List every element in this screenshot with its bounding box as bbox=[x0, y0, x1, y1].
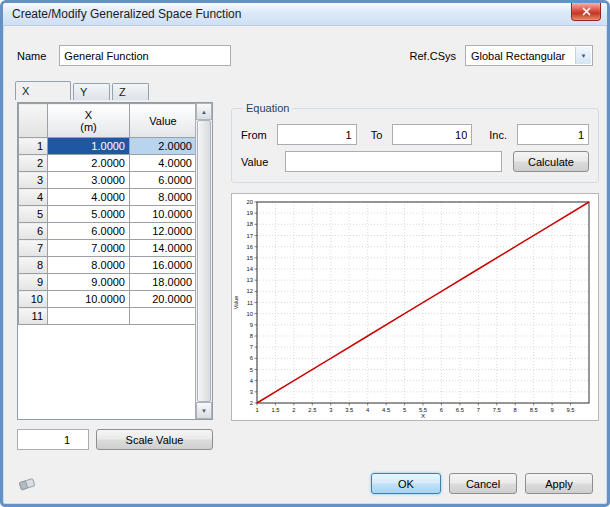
svg-text:9.5: 9.5 bbox=[567, 407, 575, 413]
cancel-button[interactable]: Cancel bbox=[449, 473, 517, 494]
svg-text:2.5: 2.5 bbox=[308, 407, 316, 413]
svg-text:5: 5 bbox=[403, 407, 406, 413]
row-index-cell[interactable]: 3 bbox=[19, 172, 48, 189]
svg-text:6: 6 bbox=[440, 407, 443, 413]
value-cell[interactable]: 8.0000 bbox=[130, 189, 197, 206]
left-panel: X (m) Value 11.00002.000022.00004.000033… bbox=[17, 102, 213, 450]
value-cell[interactable]: 18.0000 bbox=[130, 274, 197, 291]
value-cell[interactable] bbox=[130, 308, 197, 325]
x-cell[interactable]: 10.0000 bbox=[48, 291, 130, 308]
svg-text:5: 5 bbox=[250, 367, 253, 373]
ref-csys-dropdown[interactable]: Global Rectangular ▼ bbox=[465, 45, 593, 66]
tab-z[interactable]: Z bbox=[112, 83, 149, 100]
table-row: 44.00008.0000 bbox=[19, 189, 197, 206]
from-input[interactable] bbox=[277, 124, 357, 145]
svg-text:7.5: 7.5 bbox=[493, 407, 501, 413]
x-cell[interactable] bbox=[48, 308, 130, 325]
table-row: 22.00004.0000 bbox=[19, 155, 197, 172]
svg-text:7: 7 bbox=[477, 407, 480, 413]
row-index-cell[interactable]: 8 bbox=[19, 257, 48, 274]
value-cell[interactable]: 10.0000 bbox=[130, 206, 197, 223]
svg-text:17: 17 bbox=[247, 233, 253, 239]
svg-text:3.5: 3.5 bbox=[345, 407, 353, 413]
table-row: 99.000018.0000 bbox=[19, 274, 197, 291]
table-row: 77.000014.0000 bbox=[19, 240, 197, 257]
row-index-cell[interactable]: 2 bbox=[19, 155, 48, 172]
svg-text:14: 14 bbox=[247, 266, 254, 272]
table-row: 33.00006.0000 bbox=[19, 172, 197, 189]
x-cell[interactable]: 6.0000 bbox=[48, 223, 130, 240]
apply-button[interactable]: Apply bbox=[525, 473, 593, 494]
scroll-down-icon[interactable]: ▼ bbox=[196, 402, 212, 419]
to-input[interactable] bbox=[392, 124, 472, 145]
ok-button[interactable]: OK bbox=[371, 473, 441, 494]
close-button[interactable] bbox=[571, 3, 601, 21]
tab-y[interactable]: Y bbox=[73, 83, 110, 100]
value-cell[interactable]: 14.0000 bbox=[130, 240, 197, 257]
x-cell[interactable]: 1.0000 bbox=[48, 138, 130, 155]
row-index-cell[interactable]: 4 bbox=[19, 189, 48, 206]
ref-csys-selected-value: Global Rectangular bbox=[471, 50, 565, 62]
table-row: 11 bbox=[19, 308, 197, 325]
row-index-cell[interactable]: 10 bbox=[19, 291, 48, 308]
x-cell[interactable]: 2.0000 bbox=[48, 155, 130, 172]
svg-text:1: 1 bbox=[255, 407, 258, 413]
equation-range-row: From To Inc. bbox=[241, 124, 589, 145]
vertical-scrollbar[interactable]: ▲ ▼ bbox=[195, 103, 212, 419]
row-index-cell[interactable]: 11 bbox=[19, 308, 48, 325]
function-table-grid: X (m) Value 11.00002.000022.00004.000033… bbox=[18, 103, 197, 325]
value-cell[interactable]: 16.0000 bbox=[130, 257, 197, 274]
value-column-header[interactable]: Value bbox=[130, 104, 197, 138]
value-cell[interactable]: 12.0000 bbox=[130, 223, 197, 240]
function-table: X (m) Value 11.00002.000022.00004.000033… bbox=[17, 102, 213, 420]
table-row: 66.000012.0000 bbox=[19, 223, 197, 240]
name-input[interactable] bbox=[59, 45, 231, 66]
right-panel: Equation From To Inc. Value Calculate 11… bbox=[231, 102, 599, 450]
value-cell[interactable]: 4.0000 bbox=[130, 155, 197, 172]
table-row: 55.000010.0000 bbox=[19, 206, 197, 223]
x-cell[interactable]: 9.0000 bbox=[48, 274, 130, 291]
equation-value-input[interactable] bbox=[285, 151, 502, 172]
row-index-cell[interactable]: 6 bbox=[19, 223, 48, 240]
axis-tabs: X Y Z bbox=[3, 81, 607, 100]
eraser-icon[interactable] bbox=[17, 475, 39, 493]
x-cell[interactable]: 5.0000 bbox=[48, 206, 130, 223]
scale-value-button[interactable]: Scale Value bbox=[96, 429, 213, 450]
svg-text:10: 10 bbox=[247, 311, 253, 317]
tab-x[interactable]: X bbox=[15, 81, 71, 100]
inc-input[interactable] bbox=[517, 124, 589, 145]
svg-text:4: 4 bbox=[250, 378, 254, 384]
svg-text:8: 8 bbox=[514, 407, 517, 413]
svg-text:6: 6 bbox=[250, 355, 253, 361]
table-row: 88.000016.0000 bbox=[19, 257, 197, 274]
calculate-button[interactable]: Calculate bbox=[513, 151, 589, 172]
row-index-cell[interactable]: 5 bbox=[19, 206, 48, 223]
value-cell[interactable]: 6.0000 bbox=[130, 172, 197, 189]
row-index-cell[interactable]: 1 bbox=[19, 138, 48, 155]
svg-text:11: 11 bbox=[247, 300, 253, 306]
chevron-down-icon: ▼ bbox=[575, 47, 591, 64]
inc-label: Inc. bbox=[489, 129, 507, 141]
x-cell[interactable]: 7.0000 bbox=[48, 240, 130, 257]
x-cell[interactable]: 3.0000 bbox=[48, 172, 130, 189]
x-column-header[interactable]: X (m) bbox=[48, 104, 130, 138]
svg-text:16: 16 bbox=[247, 244, 253, 250]
table-row: 11.00002.0000 bbox=[19, 138, 197, 155]
scroll-up-icon[interactable]: ▲ bbox=[196, 103, 212, 120]
svg-text:Value: Value bbox=[233, 296, 239, 310]
svg-text:X: X bbox=[421, 412, 425, 419]
scale-factor-input[interactable] bbox=[17, 429, 89, 450]
svg-text:8.5: 8.5 bbox=[530, 407, 538, 413]
row-index-cell[interactable]: 7 bbox=[19, 240, 48, 257]
x-cell[interactable]: 4.0000 bbox=[48, 189, 130, 206]
row-index-cell[interactable]: 9 bbox=[19, 274, 48, 291]
value-cell[interactable]: 20.0000 bbox=[130, 291, 197, 308]
svg-text:2: 2 bbox=[250, 400, 253, 406]
value-cell[interactable]: 2.0000 bbox=[130, 138, 197, 155]
titlebar[interactable]: Create/Modify Generalized Space Function bbox=[3, 3, 607, 26]
x-cell[interactable]: 8.0000 bbox=[48, 257, 130, 274]
equation-value-label: Value bbox=[241, 156, 275, 168]
x-column-unit: (m) bbox=[48, 121, 129, 133]
svg-text:6.5: 6.5 bbox=[456, 407, 464, 413]
scrollbar-thumb[interactable] bbox=[197, 120, 211, 402]
